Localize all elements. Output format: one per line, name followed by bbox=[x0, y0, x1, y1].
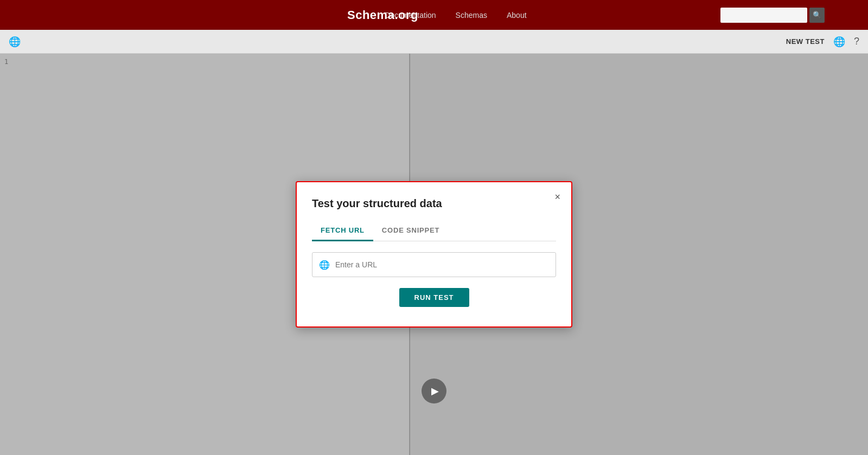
modal-close-button[interactable]: × bbox=[554, 192, 560, 202]
url-globe-icon: 🌐 bbox=[319, 260, 330, 270]
search-button[interactable]: 🔍 bbox=[809, 8, 825, 23]
new-test-button[interactable]: NEW TEST bbox=[786, 37, 825, 46]
navbar: Schema.org Documentation Schemas About 🔍 bbox=[0, 0, 868, 30]
modal-overlay: Test your structured data × FETCH URL CO… bbox=[0, 54, 868, 455]
toolbar: 🌐 NEW TEST 🌐 ? bbox=[0, 30, 868, 54]
toolbar-right: NEW TEST 🌐 ? bbox=[786, 36, 859, 48]
modal-dialog: Test your structured data × FETCH URL CO… bbox=[296, 181, 572, 328]
main-area: 1 ▶ Test your structured data × FETCH UR… bbox=[0, 54, 868, 455]
site-logo[interactable]: Schema.org bbox=[347, 8, 418, 22]
modal-tabs: FETCH URL CODE SNIPPET bbox=[312, 221, 556, 241]
run-test-button[interactable]: RUN TEST bbox=[399, 288, 469, 307]
help-icon[interactable]: ? bbox=[854, 36, 859, 47]
tab-fetch-url[interactable]: FETCH URL bbox=[312, 221, 373, 241]
globe-icon[interactable]: 🌐 bbox=[9, 36, 21, 48]
nav-schemas[interactable]: Schemas bbox=[456, 11, 487, 20]
toolbar-left: 🌐 bbox=[9, 36, 21, 48]
url-input-wrapper: 🌐 bbox=[312, 252, 556, 277]
tab-code-snippet[interactable]: CODE SNIPPET bbox=[373, 221, 448, 241]
language-icon[interactable]: 🌐 bbox=[833, 36, 845, 48]
url-input[interactable] bbox=[335, 260, 549, 269]
nav-about[interactable]: About bbox=[507, 11, 527, 20]
search-area: 🔍 bbox=[720, 8, 825, 23]
modal-title: Test your structured data bbox=[312, 197, 556, 210]
search-input[interactable] bbox=[720, 8, 807, 23]
